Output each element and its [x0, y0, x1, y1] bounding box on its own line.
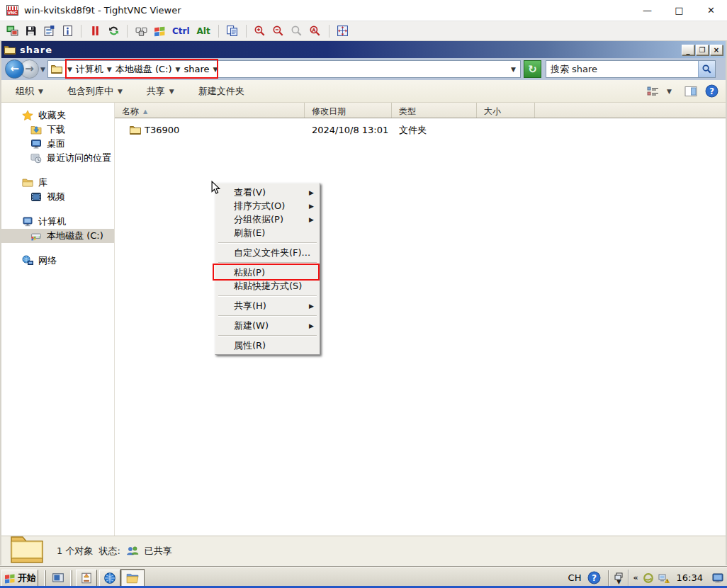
column-header-name[interactable]: 名称▲ [115, 103, 305, 118]
sidebar-item-videos[interactable]: 视频 [1, 190, 114, 204]
language-indicator[interactable]: CH [563, 572, 587, 583]
context-menu-item-paste[interactable]: 粘贴(P) [217, 266, 318, 279]
context-menu-item-view[interactable]: 查看(V)▶ [217, 186, 318, 199]
views-icon[interactable] [647, 86, 660, 97]
ctrl-alt-del-icon[interactable] [133, 23, 149, 39]
menu-item-label: 新建(W) [234, 320, 269, 332]
file-modified-cell: 2024/10/8 13:01 [305, 125, 392, 135]
breadcrumb-dropdown-icon[interactable]: ▼ [107, 66, 112, 73]
menu-item-label: 刷新(E) [234, 227, 265, 239]
file-list-pane[interactable]: 名称▲修改日期类型大小 T369002024/10/8 13:01文件夹 [115, 103, 726, 536]
sidebar-item-computer[interactable]: 计算机 [1, 215, 114, 229]
zoom-auto-icon[interactable]: A [308, 23, 323, 39]
vnc-minimize-button[interactable]: — [631, 0, 663, 21]
disk-icon [30, 230, 42, 242]
taskbar-clock[interactable]: 16:34 [674, 572, 706, 583]
pause-icon[interactable] [87, 23, 103, 39]
submenu-arrow-icon: ▶ [309, 322, 314, 329]
status-bar: 1 个对象 状态: 已共享 [1, 536, 726, 565]
alt-key-button[interactable]: Alt [195, 26, 213, 36]
connection-options-icon[interactable] [41, 23, 57, 39]
show-desktop-window-icon[interactable] [47, 570, 69, 587]
command-share-button[interactable]: 共享▼ [140, 82, 181, 101]
star-icon [21, 110, 33, 122]
command-organize-button[interactable]: 组织▼ [9, 82, 50, 101]
explorer-window-title: share [20, 45, 52, 55]
sidebar-item-network[interactable]: 网络 [1, 254, 114, 268]
breadcrumb-dropdown-icon[interactable]: ▼ [213, 66, 218, 73]
column-header-type[interactable]: 类型 [392, 103, 477, 118]
context-menu-item-new[interactable]: 新建(W)▶ [217, 319, 318, 332]
win-key-icon[interactable] [152, 23, 167, 39]
taskbar-help-icon[interactable]: ? [587, 571, 601, 585]
command-include-in-library-button[interactable]: 包含到库中▼ [60, 82, 130, 101]
sidebar-item-downloads[interactable]: 下载 [1, 123, 114, 137]
save-session-icon[interactable] [23, 23, 38, 39]
sidebar-item-label: 下载 [47, 123, 65, 136]
breadcrumb-dropdown-icon[interactable]: ▼ [176, 66, 181, 73]
sidebar-item-local-disk-c[interactable]: 本地磁盘 (C:) [1, 229, 114, 243]
sidebar-item-favorites[interactable]: 收藏夹 [1, 108, 114, 123]
tray-expand-chevron-icon[interactable]: « [633, 573, 638, 582]
restore-window-tray-icon[interactable]: ▼ [612, 572, 625, 584]
taskbar-divider [608, 570, 609, 586]
context-menu-item-sort-by[interactable]: 排序方式(O)▶ [217, 199, 318, 213]
back-button[interactable]: ← [5, 60, 24, 79]
help-icon[interactable]: ? [705, 84, 718, 98]
context-menu-item-paste-shortcut[interactable]: 粘贴快捷方式(S) [217, 279, 318, 293]
status-state-label: 状态: [98, 545, 120, 558]
command-new-folder-button[interactable]: 新建文件夹 [191, 82, 252, 101]
taskbar-divider [44, 570, 46, 586]
sidebar-item-recent-places[interactable]: 最近访问的位置 [1, 151, 114, 165]
explorer-minimize-button[interactable]: _ [682, 45, 694, 55]
search-button[interactable] [698, 61, 715, 77]
taskbar-grip[interactable] [70, 570, 72, 586]
column-header-date-modified[interactable]: 修改日期 [305, 103, 392, 118]
sidebar-item-desktop[interactable]: 桌面 [1, 137, 114, 151]
sidebar-item-libraries[interactable]: 库 [1, 176, 114, 190]
breadcrumb-item[interactable]: share [184, 64, 209, 74]
nav-history-dropdown-icon[interactable]: ▼ [40, 66, 45, 73]
start-button[interactable]: 开始 [1, 570, 38, 587]
context-menu-item-share-with[interactable]: 共享(H)▶ [217, 299, 318, 312]
show-desktop-icon[interactable] [710, 570, 726, 587]
column-header-size[interactable]: 大小 [477, 103, 535, 118]
table-row[interactable]: T369002024/10/8 13:01文件夹 [115, 123, 726, 137]
fullscreen-icon[interactable] [335, 23, 351, 39]
clipboard-transfer-icon[interactable] [225, 23, 240, 39]
explorer-close-button[interactable]: × [710, 45, 723, 55]
breadcrumb-dropdown-icon[interactable]: ▼ [67, 66, 72, 73]
toolbar-separator [246, 25, 247, 38]
explorer-titlebar[interactable]: share _ ❐ × [1, 41, 726, 58]
context-menu-item-refresh[interactable]: 刷新(E) [217, 226, 318, 239]
explorer-folder-icon[interactable] [120, 569, 145, 587]
context-menu-item-group-by[interactable]: 分组依据(P)▶ [217, 213, 318, 226]
internet-explorer-icon[interactable] [99, 570, 120, 587]
address-dropdown-icon[interactable]: ▼ [511, 66, 517, 73]
new-connection-icon[interactable] [4, 23, 20, 39]
preview-pane-icon[interactable] [684, 86, 698, 97]
vnc-maximize-button[interactable]: □ [663, 0, 695, 21]
sidebar-item-label: 最近访问的位置 [47, 152, 111, 164]
search-input[interactable] [546, 64, 698, 74]
tray-app-icon[interactable] [643, 572, 654, 584]
refresh-button[interactable]: ↻ [524, 60, 541, 78]
address-bar[interactable]: ▼计算机▼本地磁盘 (C:)▼share▼ ▼ [47, 60, 521, 78]
vnc-close-button[interactable]: ✕ [695, 0, 727, 21]
zoom-in-icon[interactable] [252, 23, 268, 39]
context-menu-item-customize-folder[interactable]: 自定义文件夹(F)... [217, 246, 318, 259]
refresh-connection-icon[interactable] [106, 23, 121, 39]
ctrl-key-button[interactable]: Ctrl [170, 26, 192, 36]
server-manager-icon[interactable] [76, 570, 97, 587]
zoom-100-icon[interactable] [289, 23, 305, 39]
submenu-arrow-icon: ▶ [309, 216, 314, 223]
views-dropdown-icon[interactable]: ▼ [667, 88, 672, 95]
command-label: 共享 [147, 85, 165, 98]
network-status-icon[interactable] [658, 572, 670, 584]
breadcrumb-item[interactable]: 计算机 [76, 63, 103, 76]
connection-info-icon[interactable] [60, 23, 75, 39]
breadcrumb-item[interactable]: 本地磁盘 (C:) [115, 63, 172, 76]
explorer-restore-button[interactable]: ❐ [696, 45, 709, 55]
zoom-out-icon[interactable] [271, 23, 286, 39]
context-menu-item-properties[interactable]: 属性(R) [217, 339, 318, 352]
